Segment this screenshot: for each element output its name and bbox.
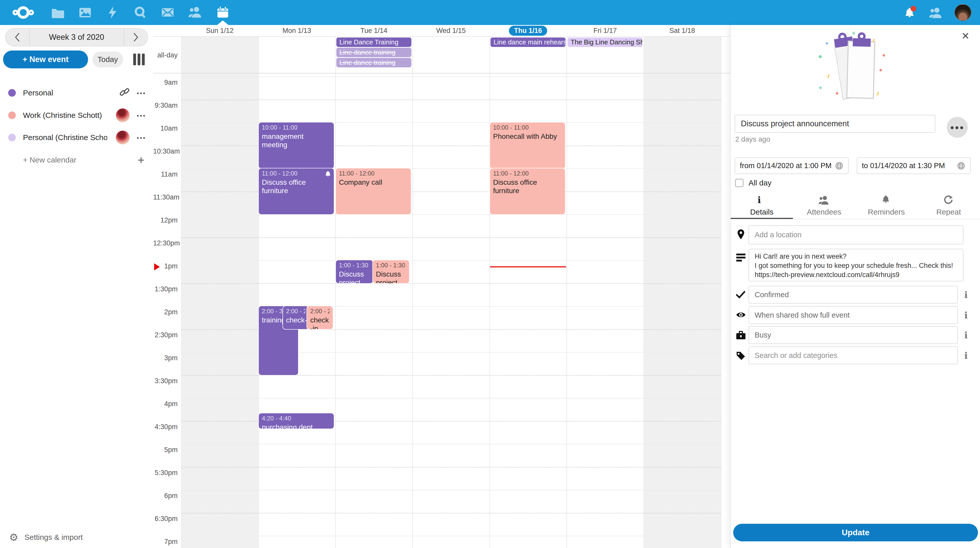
day-header-tue[interactable]: Tue 1/14 xyxy=(335,25,412,36)
day-label: Fri 1/17 xyxy=(593,27,617,35)
calendar-event[interactable]: 11:00 - 12:00Discuss office furniture xyxy=(259,168,334,214)
day-header-fri[interactable]: Fri 1/17 xyxy=(566,25,644,36)
contacts-icon[interactable] xyxy=(188,5,202,20)
all-day-event[interactable]: Line dance training xyxy=(336,58,411,67)
info-icon[interactable]: i xyxy=(960,350,972,361)
end-datetime-field[interactable]: to 01/14/2020 at 1:30 PM xyxy=(857,157,970,174)
user-avatar[interactable] xyxy=(955,4,971,21)
field-check[interactable]: Confirmed xyxy=(749,286,958,303)
all-day-row: all-day Line Dance TrainingLine dance tr… xyxy=(153,36,730,73)
timezone-globe-icon[interactable] xyxy=(957,162,966,170)
nextcloud-logo[interactable] xyxy=(13,5,34,20)
calendar-event[interactable]: 1:00 - 1:30Discuss project announcement xyxy=(336,260,373,283)
calendar-event[interactable]: 11:00 - 12:00Company call xyxy=(336,168,411,214)
share-link-icon[interactable] xyxy=(119,87,130,98)
info-icon[interactable]: i xyxy=(960,330,972,340)
location-input[interactable] xyxy=(749,225,963,245)
day-header-sun[interactable]: Sun 1/12 xyxy=(181,25,258,36)
top-bar xyxy=(0,0,980,25)
sidebar: Week 3 of 2020 + New event Today Persona… xyxy=(0,25,153,548)
grid-line xyxy=(181,237,721,238)
all-day-event-title: Line dance main rehearsal xyxy=(493,38,566,46)
tab-details[interactable]: iDetails xyxy=(731,191,793,219)
all-day-event[interactable]: Line dance main rehearsal xyxy=(490,38,566,47)
info-icon[interactable]: i xyxy=(960,310,972,321)
calendar-icon[interactable] xyxy=(216,5,230,20)
calendar-event[interactable]: 11:00 - 12:00Discuss office furniture xyxy=(490,168,565,214)
time-grid[interactable]: 9am9:30am10am10:30am11am11:30am12pm12:30… xyxy=(153,73,730,548)
activity-icon[interactable] xyxy=(105,5,120,20)
calendar-event[interactable]: 2:00 - 2:30check-in xyxy=(283,306,309,329)
time-label: 6pm xyxy=(153,492,178,500)
all-day-event[interactable]: The Big Line Dancing Show xyxy=(568,38,643,47)
event-title-input[interactable] xyxy=(735,115,935,133)
event-title: Phonecall with Abby xyxy=(493,132,562,141)
more-actions-button[interactable]: ●●● xyxy=(947,117,968,138)
week-label[interactable]: Week 3 of 2020 xyxy=(30,29,124,46)
calendar-name: Personal xyxy=(23,89,53,97)
previous-week-button[interactable] xyxy=(6,29,30,46)
event-title: check-in xyxy=(286,316,306,324)
calendar-menu-icon[interactable]: ●●● xyxy=(137,135,146,140)
new-calendar-button[interactable]: + New calendar+ xyxy=(0,153,153,167)
tab-attendees[interactable]: Attendees xyxy=(793,191,855,219)
info-icon[interactable]: i xyxy=(960,289,972,300)
talk-icon[interactable] xyxy=(133,5,147,20)
day-header-wed[interactable]: Wed 1/15 xyxy=(412,25,490,36)
all-day-checkbox[interactable]: All day xyxy=(735,179,772,187)
new-event-button[interactable]: + New event xyxy=(3,51,88,68)
view-toggle-icon[interactable] xyxy=(133,54,145,65)
calendar-event[interactable]: 4:20 - 4:40purchasing dept xyxy=(259,413,334,429)
shared-by-avatar xyxy=(116,108,130,122)
field-eye[interactable]: When shared show full event xyxy=(749,306,958,324)
clipboard-illustration xyxy=(815,31,891,105)
calendar-event[interactable]: 2:00 - 2:30check-in xyxy=(307,306,333,329)
field-tag[interactable]: Search or add categories xyxy=(749,346,958,364)
next-week-button[interactable] xyxy=(124,29,148,46)
day-label: Wed 1/15 xyxy=(436,27,466,35)
app-navigation xyxy=(50,5,230,20)
update-button[interactable]: Update xyxy=(733,524,978,542)
start-datetime-field[interactable]: from 01/14/2020 at 1:00 PM xyxy=(735,157,849,174)
files-icon[interactable] xyxy=(50,5,65,20)
event-time: 2:00 - 2:30 xyxy=(286,308,306,315)
day-header-mon[interactable]: Mon 1/13 xyxy=(258,25,335,36)
tab-reminders[interactable]: Reminders xyxy=(855,191,918,219)
timezone-globe-icon[interactable] xyxy=(835,162,843,170)
repeat-icon xyxy=(943,194,954,205)
notifications-bell-icon[interactable] xyxy=(902,5,917,20)
check-icon xyxy=(735,290,746,300)
event-time: 1:00 - 1:30 xyxy=(339,262,370,269)
calendar-event[interactable]: 1:00 - 1:30Discuss project xyxy=(373,260,409,283)
calendar-list-item[interactable]: Personal (Christine Scho...●●● xyxy=(0,131,153,144)
all-day-event[interactable]: Line dance training xyxy=(336,48,411,57)
mail-icon[interactable] xyxy=(161,5,175,20)
all-day-checkbox-label: All day xyxy=(749,179,772,187)
calendar-menu-icon[interactable]: ●●● xyxy=(137,91,146,95)
contacts-menu-icon[interactable] xyxy=(928,5,943,20)
today-button[interactable]: Today xyxy=(92,52,123,67)
all-day-event-title: Line Dance Training xyxy=(339,38,398,46)
tab-repeat[interactable]: Repeat xyxy=(918,191,980,219)
day-header-sat[interactable]: Sat 1/18 xyxy=(644,25,721,36)
photos-icon[interactable] xyxy=(78,5,92,20)
day-label: Sun 1/12 xyxy=(206,27,234,35)
settings-and-import[interactable]: ⚙ Settings & import xyxy=(0,531,153,544)
event-title: Company call xyxy=(339,178,408,186)
calendar-menu-icon[interactable]: ●●● xyxy=(137,113,146,118)
calendar-event[interactable]: 10:00 - 11:00management meeting xyxy=(259,122,334,168)
day-header-thu[interactable]: Thu 1/16 xyxy=(490,25,566,36)
calendar-list-item[interactable]: Personal●●● xyxy=(0,86,153,100)
event-time: 11:00 - 12:00 xyxy=(493,170,562,177)
calendar-list-item[interactable]: Work (Christine Schott)●●● xyxy=(0,109,153,122)
description-textarea[interactable]: Hi Carl! are you in next week? I got som… xyxy=(749,249,963,281)
settings-label: Settings & import xyxy=(24,533,83,542)
grid-line xyxy=(181,467,721,468)
all-day-event[interactable]: Line Dance Training xyxy=(336,38,411,47)
event-editor-panel: × ●●● 2 days ago from 01/ xyxy=(730,25,980,548)
plus-icon[interactable]: + xyxy=(138,153,145,167)
calendar-event[interactable]: 10:00 - 11:00Phonecall with Abby xyxy=(490,122,565,168)
field-briefcase[interactable]: Busy xyxy=(749,326,958,344)
close-icon[interactable]: × xyxy=(958,29,973,43)
checkbox-box[interactable] xyxy=(735,179,743,187)
